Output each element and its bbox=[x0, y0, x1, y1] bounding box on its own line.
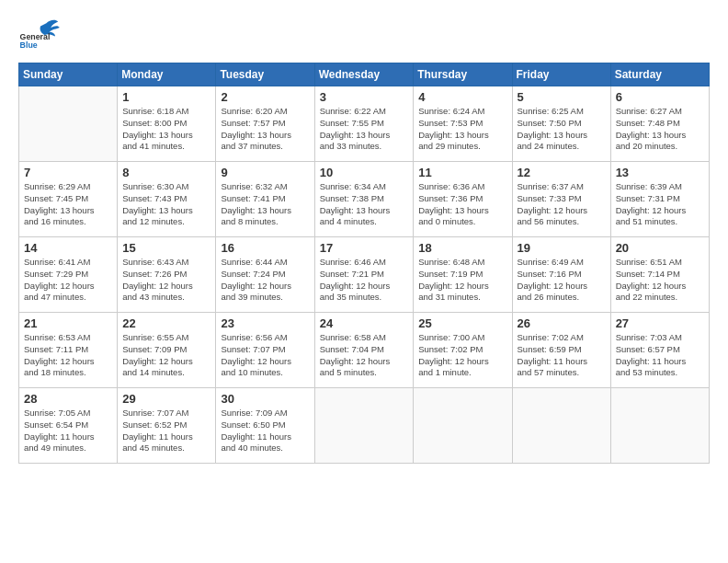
calendar-cell: 6Sunrise: 6:27 AM Sunset: 7:48 PM Daylig… bbox=[610, 86, 709, 162]
day-info: Sunrise: 6:24 AM Sunset: 7:53 PM Dayligh… bbox=[418, 106, 506, 153]
day-info: Sunrise: 6:53 AM Sunset: 7:11 PM Dayligh… bbox=[24, 332, 112, 379]
weekday-header-saturday: Saturday bbox=[610, 63, 709, 86]
calendar-cell: 26Sunrise: 7:02 AM Sunset: 6:59 PM Dayli… bbox=[512, 313, 610, 388]
calendar-cell: 9Sunrise: 6:32 AM Sunset: 7:41 PM Daylig… bbox=[216, 162, 314, 237]
day-info: Sunrise: 6:25 AM Sunset: 7:50 PM Dayligh… bbox=[518, 106, 606, 153]
day-number: 20 bbox=[616, 241, 704, 255]
day-number: 17 bbox=[320, 241, 409, 255]
logo: General Blue bbox=[18, 17, 63, 53]
day-info: Sunrise: 6:56 AM Sunset: 7:07 PM Dayligh… bbox=[221, 332, 309, 379]
day-number: 5 bbox=[518, 90, 606, 104]
day-number: 27 bbox=[616, 316, 704, 330]
calendar-cell: 14Sunrise: 6:41 AM Sunset: 7:29 PM Dayli… bbox=[19, 237, 118, 313]
calendar-cell: 22Sunrise: 6:55 AM Sunset: 7:09 PM Dayli… bbox=[118, 313, 216, 388]
week-row-3: 14Sunrise: 6:41 AM Sunset: 7:29 PM Dayli… bbox=[19, 237, 710, 313]
day-number: 28 bbox=[24, 392, 112, 406]
week-row-4: 21Sunrise: 6:53 AM Sunset: 7:11 PM Dayli… bbox=[19, 313, 710, 388]
calendar-cell: 23Sunrise: 6:56 AM Sunset: 7:07 PM Dayli… bbox=[216, 313, 314, 388]
day-info: Sunrise: 6:27 AM Sunset: 7:48 PM Dayligh… bbox=[616, 106, 704, 153]
day-info: Sunrise: 6:20 AM Sunset: 7:57 PM Dayligh… bbox=[221, 106, 309, 153]
logo-icon: General Blue bbox=[18, 17, 63, 53]
day-info: Sunrise: 7:02 AM Sunset: 6:59 PM Dayligh… bbox=[518, 332, 606, 379]
calendar-cell: 17Sunrise: 6:46 AM Sunset: 7:21 PM Dayli… bbox=[314, 237, 414, 313]
day-number: 29 bbox=[122, 392, 210, 406]
calendar-cell: 16Sunrise: 6:44 AM Sunset: 7:24 PM Dayli… bbox=[216, 237, 314, 313]
svg-text:General: General bbox=[20, 32, 51, 41]
day-number: 12 bbox=[518, 166, 606, 179]
day-number: 19 bbox=[518, 241, 606, 255]
weekday-header-monday: Monday bbox=[118, 63, 216, 86]
day-number: 15 bbox=[122, 241, 210, 255]
day-number: 16 bbox=[221, 241, 309, 255]
day-info: Sunrise: 7:05 AM Sunset: 6:54 PM Dayligh… bbox=[24, 408, 112, 454]
day-info: Sunrise: 7:00 AM Sunset: 7:02 PM Dayligh… bbox=[418, 332, 506, 379]
day-number: 24 bbox=[320, 316, 409, 330]
calendar-cell bbox=[610, 388, 709, 464]
day-number: 2 bbox=[221, 90, 309, 104]
day-info: Sunrise: 6:51 AM Sunset: 7:14 PM Dayligh… bbox=[616, 257, 704, 304]
calendar-cell: 30Sunrise: 7:09 AM Sunset: 6:50 PM Dayli… bbox=[216, 388, 314, 464]
day-info: Sunrise: 6:30 AM Sunset: 7:43 PM Dayligh… bbox=[122, 181, 210, 228]
calendar-cell bbox=[512, 388, 610, 464]
calendar-cell: 8Sunrise: 6:30 AM Sunset: 7:43 PM Daylig… bbox=[118, 162, 216, 237]
calendar-cell: 28Sunrise: 7:05 AM Sunset: 6:54 PM Dayli… bbox=[19, 388, 118, 464]
day-info: Sunrise: 6:41 AM Sunset: 7:29 PM Dayligh… bbox=[24, 257, 112, 304]
day-number: 22 bbox=[122, 316, 210, 330]
day-number: 18 bbox=[418, 241, 506, 255]
week-row-5: 28Sunrise: 7:05 AM Sunset: 6:54 PM Dayli… bbox=[19, 388, 710, 464]
day-number: 9 bbox=[221, 166, 309, 179]
weekday-header-friday: Friday bbox=[512, 63, 610, 86]
calendar-cell bbox=[414, 388, 512, 464]
calendar-cell: 5Sunrise: 6:25 AM Sunset: 7:50 PM Daylig… bbox=[512, 86, 610, 162]
day-info: Sunrise: 6:34 AM Sunset: 7:38 PM Dayligh… bbox=[320, 181, 409, 228]
weekday-header-tuesday: Tuesday bbox=[216, 63, 314, 86]
day-info: Sunrise: 7:07 AM Sunset: 6:52 PM Dayligh… bbox=[122, 408, 210, 454]
day-number: 6 bbox=[616, 90, 704, 104]
weekday-header-sunday: Sunday bbox=[19, 63, 118, 86]
day-info: Sunrise: 6:48 AM Sunset: 7:19 PM Dayligh… bbox=[418, 257, 506, 304]
day-number: 23 bbox=[221, 316, 309, 330]
day-info: Sunrise: 7:09 AM Sunset: 6:50 PM Dayligh… bbox=[221, 408, 309, 454]
calendar-cell: 25Sunrise: 7:00 AM Sunset: 7:02 PM Dayli… bbox=[414, 313, 512, 388]
day-number: 1 bbox=[122, 90, 210, 104]
day-number: 25 bbox=[418, 316, 506, 330]
day-number: 13 bbox=[616, 166, 704, 179]
calendar-cell: 29Sunrise: 7:07 AM Sunset: 6:52 PM Dayli… bbox=[118, 388, 216, 464]
day-number: 21 bbox=[24, 316, 112, 330]
calendar-cell: 2Sunrise: 6:20 AM Sunset: 7:57 PM Daylig… bbox=[216, 86, 314, 162]
day-number: 26 bbox=[518, 316, 606, 330]
weekday-header-thursday: Thursday bbox=[414, 63, 512, 86]
calendar-cell: 7Sunrise: 6:29 AM Sunset: 7:45 PM Daylig… bbox=[19, 162, 118, 237]
day-info: Sunrise: 6:55 AM Sunset: 7:09 PM Dayligh… bbox=[122, 332, 210, 379]
page-header: General Blue bbox=[18, 17, 710, 53]
calendar-table: SundayMondayTuesdayWednesdayThursdayFrid… bbox=[18, 63, 710, 464]
calendar-cell: 27Sunrise: 7:03 AM Sunset: 6:57 PM Dayli… bbox=[610, 313, 709, 388]
calendar-cell bbox=[314, 388, 414, 464]
week-row-2: 7Sunrise: 6:29 AM Sunset: 7:45 PM Daylig… bbox=[19, 162, 710, 237]
day-info: Sunrise: 6:37 AM Sunset: 7:33 PM Dayligh… bbox=[518, 181, 606, 228]
weekday-header-wednesday: Wednesday bbox=[314, 63, 414, 86]
day-info: Sunrise: 6:39 AM Sunset: 7:31 PM Dayligh… bbox=[616, 181, 704, 228]
calendar-cell: 20Sunrise: 6:51 AM Sunset: 7:14 PM Dayli… bbox=[610, 237, 709, 313]
day-info: Sunrise: 6:22 AM Sunset: 7:55 PM Dayligh… bbox=[320, 106, 409, 153]
day-number: 14 bbox=[24, 241, 112, 255]
calendar-cell: 15Sunrise: 6:43 AM Sunset: 7:26 PM Dayli… bbox=[118, 237, 216, 313]
calendar-cell: 12Sunrise: 6:37 AM Sunset: 7:33 PM Dayli… bbox=[512, 162, 610, 237]
day-info: Sunrise: 6:36 AM Sunset: 7:36 PM Dayligh… bbox=[418, 181, 506, 228]
calendar-cell: 19Sunrise: 6:49 AM Sunset: 7:16 PM Dayli… bbox=[512, 237, 610, 313]
calendar-cell: 21Sunrise: 6:53 AM Sunset: 7:11 PM Dayli… bbox=[19, 313, 118, 388]
day-info: Sunrise: 6:32 AM Sunset: 7:41 PM Dayligh… bbox=[221, 181, 309, 228]
day-number: 4 bbox=[418, 90, 506, 104]
calendar-cell: 1Sunrise: 6:18 AM Sunset: 8:00 PM Daylig… bbox=[118, 86, 216, 162]
day-number: 30 bbox=[221, 392, 309, 406]
day-number: 7 bbox=[24, 166, 112, 179]
day-info: Sunrise: 6:44 AM Sunset: 7:24 PM Dayligh… bbox=[221, 257, 309, 304]
calendar-cell: 10Sunrise: 6:34 AM Sunset: 7:38 PM Dayli… bbox=[314, 162, 414, 237]
day-info: Sunrise: 6:46 AM Sunset: 7:21 PM Dayligh… bbox=[320, 257, 409, 304]
calendar-cell: 3Sunrise: 6:22 AM Sunset: 7:55 PM Daylig… bbox=[314, 86, 414, 162]
calendar-cell: 13Sunrise: 6:39 AM Sunset: 7:31 PM Dayli… bbox=[610, 162, 709, 237]
svg-text:Blue: Blue bbox=[20, 40, 38, 50]
day-number: 11 bbox=[418, 166, 506, 179]
day-info: Sunrise: 6:43 AM Sunset: 7:26 PM Dayligh… bbox=[122, 257, 210, 304]
calendar-cell: 4Sunrise: 6:24 AM Sunset: 7:53 PM Daylig… bbox=[414, 86, 512, 162]
